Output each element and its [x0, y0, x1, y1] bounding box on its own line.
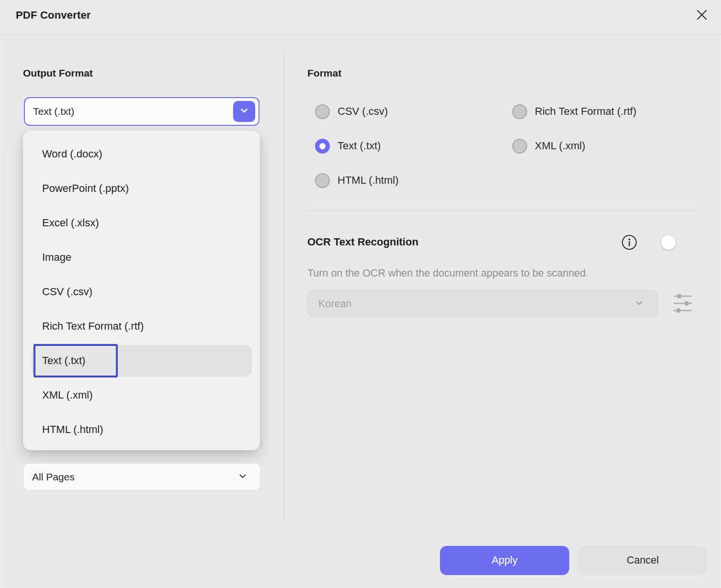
- chevron-down-icon: [238, 471, 248, 483]
- output-format-select-value: Text (.txt): [33, 106, 74, 117]
- dropdown-item[interactable]: HTML (.html): [23, 412, 260, 447]
- close-button[interactable]: [693, 7, 710, 24]
- ocr-language-select-value: Korean: [318, 298, 351, 310]
- section-divider: [307, 210, 697, 211]
- dropdown-item-label: Rich Text Format (.rtf): [42, 320, 144, 333]
- dropdown-item-label: Text (.txt): [42, 355, 85, 367]
- format-radio-group: CSV (.csv)Rich Text Format (.rtf)Text (.…: [315, 100, 703, 191]
- ocr-toggle-knob: [661, 235, 676, 250]
- ocr-language-select[interactable]: Korean: [307, 290, 658, 317]
- focus-highlight-box: Text (.txt): [34, 344, 118, 377]
- format-radio-label: Text (.txt): [338, 140, 381, 152]
- page-range-select-value: All Pages: [32, 471, 75, 483]
- titlebar: PDF Converter: [0, 0, 721, 34]
- info-icon[interactable]: [621, 234, 637, 250]
- output-format-select-expand-button[interactable]: [233, 101, 255, 122]
- dropdown-item-label: Excel (.xlsx): [42, 217, 99, 229]
- output-format-label: Output Format: [23, 67, 93, 79]
- cancel-button[interactable]: Cancel: [578, 546, 707, 575]
- format-radio-option[interactable]: Rich Text Format (.rtf): [512, 100, 703, 122]
- dropdown-item[interactable]: XML (.xml): [23, 378, 260, 412]
- format-radio-label: Rich Text Format (.rtf): [535, 105, 636, 118]
- radio-unselected-icon[interactable]: [315, 173, 330, 188]
- dropdown-item-label: Word (.docx): [42, 148, 102, 160]
- radio-unselected-icon[interactable]: [512, 139, 527, 154]
- ocr-section-title: OCR Text Recognition: [307, 236, 418, 248]
- dropdown-item[interactable]: Word (.docx): [23, 137, 260, 171]
- format-radio-option[interactable]: HTML (.html): [315, 169, 512, 191]
- radio-unselected-icon[interactable]: [315, 104, 330, 119]
- dropdown-item-label: XML (.xml): [42, 389, 93, 401]
- apply-button[interactable]: Apply: [440, 546, 569, 575]
- output-format-select[interactable]: Text (.txt): [24, 97, 259, 126]
- dropdown-item-label: HTML (.html): [42, 423, 103, 436]
- ocr-toggle[interactable]: [660, 234, 698, 251]
- radio-selected-icon[interactable]: [315, 139, 330, 154]
- radio-unselected-icon[interactable]: [512, 104, 527, 119]
- dropdown-item-label: CSV (.csv): [42, 286, 92, 298]
- page-title: PDF Converter: [16, 9, 91, 22]
- format-radio-option[interactable]: XML (.xml): [512, 135, 703, 157]
- dropdown-item[interactable]: Image: [23, 240, 260, 275]
- format-radio-label: CSV (.csv): [338, 105, 388, 118]
- format-radio-option[interactable]: Text (.txt): [315, 135, 512, 157]
- dropdown-item[interactable]: CSV (.csv): [23, 275, 260, 309]
- pdf-converter-dialog: PDF Converter Output Format Text (.txt) …: [0, 0, 721, 588]
- sliders-icon[interactable]: [672, 292, 693, 315]
- format-radio-option[interactable]: CSV (.csv): [315, 100, 512, 122]
- dropdown-item[interactable]: PowerPoint (.pptx): [23, 171, 260, 206]
- format-label: Format: [307, 67, 341, 79]
- chevron-down-icon: [239, 105, 249, 118]
- output-format-dropdown-list: Word (.docx)PowerPoint (.pptx)Excel (.xl…: [23, 131, 260, 450]
- format-radio-label: HTML (.html): [338, 174, 399, 187]
- column-divider: [284, 54, 285, 521]
- dropdown-item-label: PowerPoint (.pptx): [42, 182, 129, 195]
- format-radio-label: XML (.xml): [535, 140, 586, 152]
- close-icon: [694, 7, 710, 24]
- ocr-description: Turn on the OCR when the document appear…: [307, 267, 588, 279]
- chevron-down-icon: [634, 298, 644, 310]
- dropdown-item[interactable]: Text (.txt): [23, 344, 260, 378]
- page-range-select[interactable]: All Pages: [23, 463, 260, 490]
- dropdown-item[interactable]: Excel (.xlsx): [23, 206, 260, 240]
- dropdown-item[interactable]: Rich Text Format (.rtf): [23, 309, 260, 344]
- dropdown-item-label: Image: [42, 251, 71, 264]
